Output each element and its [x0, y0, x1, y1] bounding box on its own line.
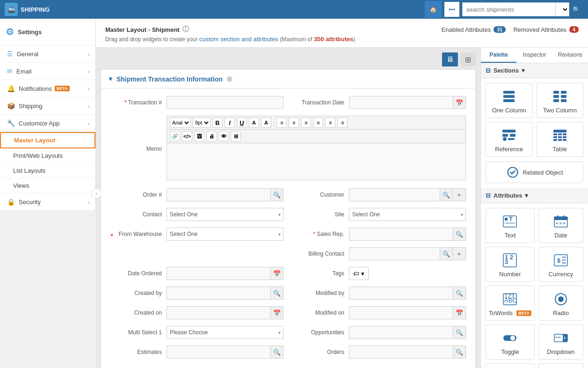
created-by-search-button[interactable]: 🔍	[270, 287, 283, 300]
palette-toggle[interactable]: Toggle	[486, 324, 535, 360]
order-num-input[interactable]	[167, 188, 270, 201]
customer-search-button[interactable]: 🔍	[440, 188, 453, 201]
from-warehouse-select[interactable]: Select One	[167, 228, 283, 241]
orders-search-button[interactable]: 🔍	[453, 346, 466, 359]
transaction-num-input[interactable]	[167, 96, 283, 109]
tab-inspector[interactable]: Inspector	[516, 48, 552, 63]
enabled-attrs-badge: Enabled Attributes 31	[442, 26, 506, 33]
orders-input[interactable]	[349, 346, 453, 359]
section-collapse-icon[interactable]: ▼	[108, 75, 114, 82]
site-select[interactable]: Select One	[349, 208, 466, 221]
customer-add-button[interactable]: +	[453, 188, 466, 201]
memo-list2-button[interactable]: ≡	[337, 118, 348, 128]
palette-currency[interactable]: $ Currency	[538, 247, 583, 282]
memo-size-select[interactable]: 9pt	[193, 118, 211, 128]
palette-multi-select[interactable]: Multi Select	[486, 363, 535, 368]
palette-radio[interactable]: Radio	[538, 286, 583, 321]
search-dropdown[interactable]	[556, 2, 569, 16]
memo-link-button[interactable]: 🔗	[170, 131, 180, 141]
multi-select-1-select[interactable]: Please Choose	[167, 326, 283, 339]
modified-on-calendar-button[interactable]: 📅	[453, 306, 466, 319]
memo-underline-button[interactable]: U	[237, 118, 247, 128]
memo-code-button[interactable]: </>	[182, 131, 192, 141]
svg-rect-43	[562, 259, 566, 261]
estimates-search-button[interactable]: 🔍	[270, 346, 283, 359]
custom-section-link[interactable]: custom section and attributes	[199, 36, 278, 43]
sidebar-item-email[interactable]: ✉ Email ›	[0, 63, 95, 80]
sidebar-item-general[interactable]: ☰ General ›	[0, 45, 95, 63]
sales-rep-search-button[interactable]: 🔍	[453, 228, 466, 241]
contact-select[interactable]: Select One	[167, 208, 283, 221]
svg-rect-14	[553, 130, 566, 132]
palette-text[interactable]: T Text	[486, 208, 535, 243]
opportunities-input[interactable]	[349, 326, 453, 339]
print-web-layouts-label: Print/Web Layouts	[13, 152, 63, 159]
palette-related-object[interactable]: Related Object	[486, 162, 583, 183]
palette-dropdown[interactable]: Dropdown	[538, 324, 583, 360]
home-button[interactable]: 🏠	[425, 1, 442, 18]
memo-align-right-button[interactable]: ≡	[301, 118, 311, 128]
memo-table-button[interactable]: ⊞	[231, 131, 241, 141]
tab-palette[interactable]: Palette	[481, 48, 516, 63]
customer-input[interactable]	[349, 188, 440, 201]
palette-number[interactable]: 1 2 3 Number	[486, 247, 535, 282]
transaction-date-input[interactable]	[349, 96, 453, 109]
dots-button[interactable]: •••	[443, 1, 460, 18]
sidebar-item-master-layout[interactable]: Master Layout	[0, 132, 95, 148]
search-button[interactable]: 🔍	[569, 2, 583, 16]
desktop-view-button[interactable]: 🖥	[442, 52, 458, 66]
grid-view-button[interactable]: ⊞	[460, 52, 476, 66]
estimates-input[interactable]	[167, 346, 270, 359]
transaction-date-calendar-button[interactable]: 📅	[453, 96, 466, 109]
section-close-button[interactable]: ⊗	[226, 74, 232, 83]
sidebar-item-customize[interactable]: 🔧 Customize App ‹	[0, 115, 95, 132]
created-on-input[interactable]	[167, 306, 270, 319]
memo-highlight-button[interactable]: A	[261, 118, 271, 128]
billing-contact-input[interactable]	[349, 247, 440, 260]
memo-preview-button[interactable]: 👁	[218, 131, 229, 141]
memo-color-button[interactable]: A	[249, 118, 259, 128]
date-ordered-calendar-button[interactable]: 📅	[270, 267, 283, 280]
sidebar-item-list-layouts[interactable]: List Layouts	[0, 163, 95, 178]
notifications-arrow-icon: ›	[88, 85, 90, 92]
modified-by-search-button[interactable]: 🔍	[453, 287, 466, 300]
palette-link[interactable]: Link	[538, 363, 583, 368]
memo-list-button[interactable]: ≡	[325, 118, 335, 128]
palette-table[interactable]: Table	[537, 122, 584, 157]
sidebar-item-notifications[interactable]: 🔔 Notifications BETA ›	[0, 80, 95, 97]
memo-textarea[interactable]	[167, 143, 466, 180]
palette-reference[interactable]: Reference	[486, 122, 533, 157]
billing-contact-add-button[interactable]: +	[453, 247, 466, 260]
billing-contact-search-button[interactable]: 🔍	[440, 247, 453, 260]
memo-italic-button[interactable]: I	[225, 118, 235, 128]
created-by-input[interactable]	[167, 287, 270, 300]
created-on-calendar-button[interactable]: 📅	[270, 306, 283, 319]
sidebar-item-shipping[interactable]: 📦 Shipping ›	[0, 97, 95, 115]
tags-button[interactable]: 🏷 ▾	[349, 267, 369, 280]
palette-two-column[interactable]: Two Column	[537, 83, 584, 118]
tab-revisions[interactable]: Revisions	[552, 48, 588, 63]
memo-print-button[interactable]: 🖨	[206, 131, 217, 141]
memo-justify-button[interactable]: ≡	[313, 118, 323, 128]
sidebar-collapse-button[interactable]: ‹	[91, 188, 102, 199]
date-ordered-input[interactable]	[167, 267, 270, 280]
memo-font-select[interactable]: Arial	[170, 118, 191, 128]
palette-date[interactable]: Date	[538, 208, 583, 243]
search-input[interactable]	[462, 2, 556, 16]
order-num-search-button[interactable]: 🔍	[270, 188, 283, 201]
sidebar-item-views[interactable]: Views	[0, 178, 95, 193]
sidebar-item-security[interactable]: 🔒 Security ›	[0, 193, 95, 211]
palette-towords[interactable]: 123 ABC ToWords BETA	[486, 286, 535, 321]
memo-image-button[interactable]: 🖼	[194, 131, 204, 141]
memo-bold-button[interactable]: B	[212, 118, 223, 128]
sales-rep-input[interactable]	[349, 228, 453, 241]
opportunities-search-button[interactable]: 🔍	[453, 326, 466, 339]
modified-by-input[interactable]	[349, 287, 453, 300]
sidebar-item-print-web-layouts[interactable]: Print/Web Layouts	[0, 148, 95, 163]
info-icon[interactable]: ⓘ	[182, 25, 189, 34]
memo-align-center-button[interactable]: ≡	[289, 118, 299, 128]
memo-align-left-button[interactable]: ≡	[276, 118, 287, 128]
form-row-multiselect-opportunities: Multi Select 1 Please Choose Opportuniti…	[110, 326, 466, 339]
modified-on-input[interactable]	[349, 306, 453, 319]
palette-one-column[interactable]: One Column	[486, 83, 533, 118]
